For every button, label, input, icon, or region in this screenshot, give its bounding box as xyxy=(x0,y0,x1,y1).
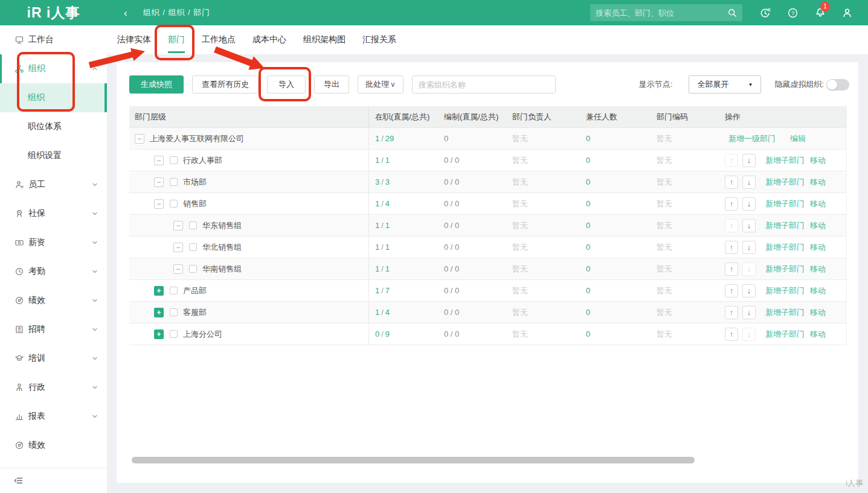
onjob-total[interactable]: 9 xyxy=(385,329,390,339)
move-link[interactable]: 移动 xyxy=(810,177,826,188)
concurrent-count[interactable]: 0 xyxy=(577,215,643,236)
expander-button[interactable]: − xyxy=(154,199,164,209)
table-row[interactable]: + 上海分公司 0/9 0 / 0 暂无 0 暂无 ↑ ↓ 新增子部门 移动 xyxy=(129,323,847,345)
row-checkbox[interactable] xyxy=(170,330,178,338)
move-down-button[interactable]: ↓ xyxy=(742,176,756,189)
global-search-input[interactable] xyxy=(596,8,727,17)
tab[interactable]: 法律实体 xyxy=(117,25,151,54)
move-up-button[interactable]: ↑ xyxy=(725,219,738,232)
onjob-total[interactable]: 1 xyxy=(385,243,390,252)
export-button[interactable]: 导出 xyxy=(314,75,349,94)
sidebar-item[interactable]: 行政 xyxy=(0,373,107,402)
concurrent-count[interactable]: 0 xyxy=(577,280,643,301)
row-checkbox[interactable] xyxy=(170,200,178,208)
move-up-button[interactable]: ↑ xyxy=(725,262,738,276)
app-logo[interactable]: iR i人事 xyxy=(0,4,107,22)
user-icon[interactable] xyxy=(834,7,861,19)
add-sub-department-link[interactable]: 新增子部门 xyxy=(765,177,805,188)
move-link[interactable]: 移动 xyxy=(810,242,826,253)
sidebar-item[interactable]: 招聘 xyxy=(0,315,107,344)
move-up-button[interactable]: ↑ xyxy=(725,197,738,211)
move-link[interactable]: 移动 xyxy=(810,155,826,166)
row-checkbox[interactable] xyxy=(189,243,197,251)
onjob-total[interactable]: 4 xyxy=(385,199,390,208)
row-checkbox[interactable] xyxy=(170,287,178,294)
move-down-button[interactable]: ↓ xyxy=(742,197,756,211)
onjob-direct[interactable]: 3 xyxy=(375,177,379,186)
expander-button[interactable]: − xyxy=(173,221,183,231)
sidebar-item[interactable]: 员工 xyxy=(0,170,107,199)
onjob-direct[interactable]: 1 xyxy=(375,221,379,230)
move-down-button[interactable]: ↓ xyxy=(742,219,756,232)
move-down-button[interactable]: ↓ xyxy=(742,306,756,319)
add-sub-department-link[interactable]: 新增子部门 xyxy=(765,199,805,209)
concurrent-count[interactable]: 0 xyxy=(577,171,643,192)
row-checkbox[interactable] xyxy=(189,221,197,229)
sidebar-collapse-button[interactable] xyxy=(0,468,107,493)
onjob-total[interactable]: 29 xyxy=(385,134,394,143)
move-down-button[interactable]: ↓ xyxy=(742,262,756,276)
move-down-button[interactable]: ↓ xyxy=(742,284,756,297)
move-up-button[interactable]: ↑ xyxy=(725,284,738,297)
onjob-total[interactable]: 4 xyxy=(385,308,390,317)
import-button[interactable]: 导入 xyxy=(267,75,306,94)
expander-button[interactable]: − xyxy=(173,264,183,274)
add-sub-department-link[interactable]: 新增子部门 xyxy=(765,220,805,231)
sidebar-subitem[interactable]: 职位体系 xyxy=(0,112,107,141)
move-up-button[interactable]: ↑ xyxy=(725,176,738,189)
breadcrumb[interactable]: 组织 / 组织 / 部门 xyxy=(143,7,211,18)
onjob-total[interactable]: 1 xyxy=(385,264,390,273)
concurrent-count[interactable]: 0 xyxy=(577,193,643,214)
concurrent-count[interactable]: 0 xyxy=(577,323,643,345)
expander-button[interactable]: − xyxy=(173,243,183,252)
table-row[interactable]: + 客服部 1/4 0 / 0 暂无 0 暂无 ↑ ↓ 新增子部门 移动 xyxy=(129,302,847,323)
move-link[interactable]: 移动 xyxy=(810,199,826,209)
move-up-button[interactable]: ↑ xyxy=(725,241,738,254)
onjob-direct[interactable]: 0 xyxy=(375,329,379,339)
move-up-button[interactable]: ↑ xyxy=(725,154,738,167)
sidebar-item[interactable]: 薪资 xyxy=(0,228,107,257)
move-link[interactable]: 移动 xyxy=(810,329,826,340)
expander-button[interactable]: − xyxy=(135,134,144,144)
expander-button[interactable]: + xyxy=(154,286,164,296)
table-row[interactable]: − 上海爱人事互联网有限公司 1/29 0 暂无 0 暂无 新增一级部门 编辑 xyxy=(129,128,847,150)
tab[interactable]: 部门 xyxy=(168,25,185,54)
move-up-button[interactable]: ↑ xyxy=(725,306,738,319)
onjob-direct[interactable]: 1 xyxy=(375,134,379,143)
concurrent-count[interactable]: 0 xyxy=(577,150,643,171)
org-search-input[interactable] xyxy=(412,75,556,94)
onjob-total[interactable]: 3 xyxy=(385,177,390,186)
concurrent-count[interactable]: 0 xyxy=(577,258,643,279)
onjob-total[interactable]: 7 xyxy=(385,286,390,295)
onjob-direct[interactable]: 1 xyxy=(375,308,379,317)
approval-history-icon[interactable] xyxy=(752,7,779,19)
row-checkbox[interactable] xyxy=(189,265,197,273)
sidebar-item[interactable]: 绩效 xyxy=(0,431,107,460)
expander-button[interactable]: − xyxy=(154,156,164,165)
add-top-department-link[interactable]: 新增一级部门 xyxy=(728,133,776,144)
add-sub-department-link[interactable]: 新增子部门 xyxy=(765,307,805,318)
edit-link[interactable]: 编辑 xyxy=(790,133,806,144)
onjob-direct[interactable]: 1 xyxy=(375,156,379,165)
concurrent-count[interactable]: 0 xyxy=(577,237,643,258)
move-link[interactable]: 移动 xyxy=(810,285,826,296)
table-row[interactable]: − 销售部 1/4 0 / 0 暂无 0 暂无 ↑ ↓ 新增子部门 移动 xyxy=(129,193,847,215)
notification-bell-icon[interactable]: 1 xyxy=(806,6,834,19)
onjob-direct[interactable]: 1 xyxy=(375,286,379,295)
horizontal-scrollbar[interactable] xyxy=(132,457,695,463)
sidebar-item[interactable]: 社保 xyxy=(0,199,107,228)
table-row[interactable]: − 行政人事部 1/1 0 / 0 暂无 0 暂无 ↑ ↓ 新增子部门 移动 xyxy=(129,150,847,171)
add-sub-department-link[interactable]: 新增子部门 xyxy=(765,242,805,253)
back-chevron-icon[interactable]: ‹ xyxy=(124,8,127,18)
move-link[interactable]: 移动 xyxy=(810,220,826,231)
move-link[interactable]: 移动 xyxy=(810,307,826,318)
sidebar-item[interactable]: 考勤 xyxy=(0,257,107,286)
tab[interactable]: 组织架构图 xyxy=(303,25,346,54)
table-row[interactable]: − 华南销售组 1/1 0 / 0 暂无 0 暂无 ↑ ↓ 新增子部门 移动 xyxy=(129,258,847,280)
sidebar-item[interactable]: 报表 xyxy=(0,402,107,431)
expander-button[interactable]: + xyxy=(154,329,164,339)
move-down-button[interactable]: ↓ xyxy=(742,154,756,167)
onjob-total[interactable]: 1 xyxy=(385,221,390,230)
tab[interactable]: 汇报关系 xyxy=(362,25,396,54)
move-down-button[interactable]: ↓ xyxy=(742,241,756,254)
